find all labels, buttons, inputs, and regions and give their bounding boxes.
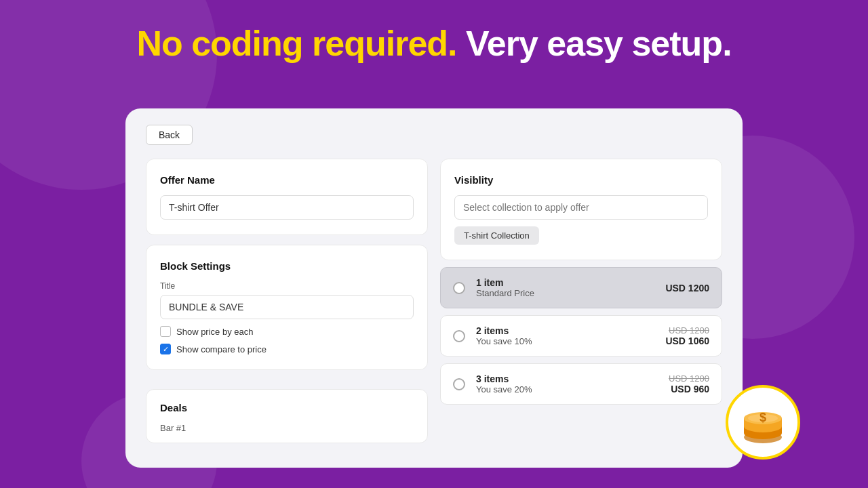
price-current-1: USD 1200 xyxy=(665,283,709,293)
show-price-by-each-label: Show price by each xyxy=(176,327,253,337)
visibility-panel: Visiblity T-shirt Collection xyxy=(440,159,722,260)
pricing-info-3: 3 items You save 20% xyxy=(476,373,658,394)
pricing-sub-3: You save 20% xyxy=(476,384,658,394)
pricing-items-1: 1 item xyxy=(476,277,654,288)
pricing-area: 1 item Standard Price USD 1200 2 items Y… xyxy=(440,267,722,405)
pricing-price-2: USD 1200 USD 1060 xyxy=(665,325,709,346)
pricing-row-2[interactable]: 2 items You save 10% USD 1200 USD 1060 xyxy=(440,315,722,357)
offer-name-panel: Offer Name xyxy=(146,159,428,235)
radio-3[interactable] xyxy=(453,378,465,390)
pricing-sub-2: You save 10% xyxy=(476,336,654,346)
pricing-info-2: 2 items You save 10% xyxy=(476,325,654,346)
show-compare-to-price-row[interactable]: Show compare to price xyxy=(160,344,414,354)
price-current-3: USD 960 xyxy=(669,384,709,394)
show-price-by-each-row[interactable]: Show price by each xyxy=(160,326,414,337)
coin-badge: $ xyxy=(726,385,800,460)
price-current-2: USD 1060 xyxy=(665,336,709,346)
pricing-price-3: USD 1200 USD 960 xyxy=(669,373,709,394)
visibility-title: Visiblity xyxy=(454,174,708,186)
card-grid: Offer Name Block Settings Title Show pri… xyxy=(146,159,722,443)
headline: No coding required. Very easy setup. xyxy=(0,0,868,82)
show-compare-to-price-checkbox[interactable] xyxy=(160,344,171,354)
offer-name-input[interactable] xyxy=(160,195,414,220)
svg-text:$: $ xyxy=(760,411,766,424)
price-strike-2: USD 1200 xyxy=(665,325,709,336)
show-compare-to-price-label: Show compare to price xyxy=(176,344,267,354)
pricing-row-1[interactable]: 1 item Standard Price USD 1200 xyxy=(440,267,722,308)
block-settings-panel: Block Settings Title Show price by each … xyxy=(146,245,428,370)
pricing-items-3: 3 items xyxy=(476,373,658,384)
block-settings-title: Block Settings xyxy=(160,260,414,272)
radio-1[interactable] xyxy=(453,282,465,294)
show-price-by-each-checkbox[interactable] xyxy=(160,326,171,337)
right-column: Visiblity T-shirt Collection 1 item Stan… xyxy=(440,159,722,443)
main-card: Back Offer Name Block Settings Title Sho… xyxy=(125,108,743,468)
deals-title: Deals xyxy=(160,402,414,413)
radio-2[interactable] xyxy=(453,330,465,342)
deals-panel: Deals Bar #1 xyxy=(146,389,428,443)
pricing-items-2: 2 items xyxy=(476,325,654,336)
left-column: Offer Name Block Settings Title Show pri… xyxy=(146,159,428,443)
offer-name-title: Offer Name xyxy=(160,174,414,186)
headline-part2: Very easy setup. xyxy=(466,24,732,63)
title-input[interactable] xyxy=(160,295,414,319)
pricing-info-1: 1 item Standard Price xyxy=(476,277,654,298)
pricing-price-1: USD 1200 xyxy=(665,283,709,293)
price-strike-3: USD 1200 xyxy=(669,373,709,384)
back-button[interactable]: Back xyxy=(146,125,193,145)
pricing-sub-1: Standard Price xyxy=(476,288,654,298)
collection-tag[interactable]: T-shirt Collection xyxy=(454,226,539,245)
bar-label: Bar #1 xyxy=(160,423,414,433)
collection-input[interactable] xyxy=(454,195,708,220)
coin-icon: $ xyxy=(738,398,787,447)
headline-part1: No coding required. xyxy=(136,24,456,63)
title-label: Title xyxy=(160,281,414,291)
pricing-row-3[interactable]: 3 items You save 20% USD 1200 USD 960 xyxy=(440,363,722,405)
